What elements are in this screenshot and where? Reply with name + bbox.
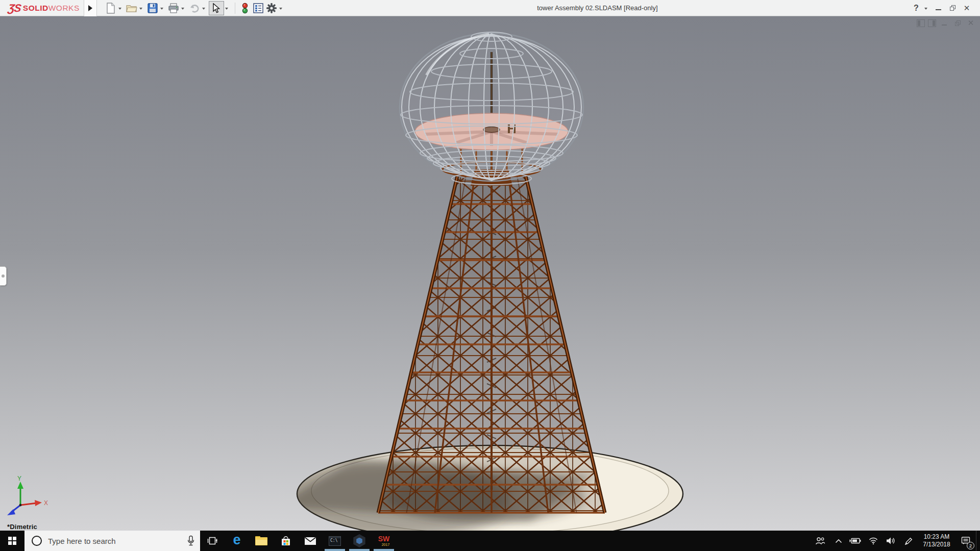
mail-icon [304, 537, 316, 545]
view-orientation-label: *Dimetric [7, 523, 37, 531]
undo-icon [189, 3, 200, 13]
new-document-button[interactable] [104, 2, 117, 15]
save-dropdown-caret[interactable] [160, 8, 163, 10]
ds-logo-mark: ƷS [7, 2, 21, 14]
expander-arrow-icon [88, 5, 92, 11]
running-indicator [325, 549, 345, 551]
select-cursor-icon [212, 3, 220, 13]
clock-date: 7/13/2018 [923, 541, 950, 548]
rebuild-button[interactable] [238, 2, 252, 15]
task-view-button[interactable] [200, 531, 225, 551]
file-properties-button[interactable] [252, 2, 265, 15]
3d-model-canvas[interactable]: Y X [0, 16, 980, 531]
minimize-button[interactable] [931, 0, 945, 16]
people-icon [815, 537, 825, 545]
hidden-icons-button[interactable] [831, 531, 846, 551]
help-dropdown-caret[interactable] [924, 8, 927, 10]
menu-expander-button[interactable] [84, 0, 97, 16]
doc-minimize-button[interactable] [939, 18, 949, 28]
title-bar: ƷS SOLID WORKS [0, 0, 980, 16]
save-floppy-icon [148, 3, 158, 13]
quick-access-toolbar [97, 0, 286, 16]
options-gear-icon [266, 3, 277, 14]
restore-icon [950, 5, 955, 11]
volume-button[interactable] [882, 531, 899, 551]
select-tool-button[interactable] [209, 1, 224, 15]
battery-button[interactable] [846, 531, 865, 551]
pane-toggle-left-icon[interactable] [917, 19, 925, 27]
undo-dropdown-caret[interactable] [202, 8, 205, 10]
open-dropdown-caret[interactable] [139, 8, 142, 10]
store-icon [280, 535, 291, 546]
system-tray: 10:23 AM 7/13/2018 2 [810, 531, 980, 551]
speaker-icon [886, 537, 895, 545]
pane-toggle-right-icon[interactable] [928, 19, 936, 27]
windows-taskbar: e C:\ SW 2017 [0, 531, 980, 551]
open-folder-icon [126, 4, 137, 13]
search-input[interactable] [48, 537, 187, 545]
pen-button[interactable] [899, 531, 918, 551]
running-indicator [349, 549, 370, 551]
new-document-icon [106, 3, 115, 14]
print-dropdown-caret[interactable] [181, 8, 184, 10]
rebuild-traffic-light-icon [241, 3, 249, 14]
options-button[interactable] [265, 2, 278, 15]
toolbar-separator [235, 3, 235, 14]
close-button[interactable]: ✕ [960, 0, 974, 16]
doc-restore-button[interactable] [952, 18, 963, 28]
clock-time: 10:23 AM [924, 533, 950, 541]
solidworks-2017-icon: SW 2017 [378, 535, 390, 546]
store-button[interactable] [274, 531, 298, 551]
file-explorer-button[interactable] [249, 531, 274, 551]
search-box[interactable] [24, 531, 200, 551]
wifi-button[interactable] [865, 531, 882, 551]
people-button[interactable] [810, 531, 831, 551]
doc-close-button[interactable]: ✕ [966, 18, 976, 28]
minimize-icon [936, 9, 941, 10]
battery-charging-icon [849, 537, 862, 544]
wifi-icon [869, 537, 878, 544]
triad-x-label: X [44, 499, 48, 507]
microphone-icon[interactable] [187, 535, 195, 546]
undo-button[interactable] [188, 2, 201, 15]
windows-logo-icon [8, 537, 17, 545]
mail-button[interactable] [298, 531, 323, 551]
task-view-icon [207, 536, 218, 545]
start-button[interactable] [0, 531, 24, 551]
chevron-up-icon [835, 539, 842, 543]
triad-y-label: Y [17, 475, 21, 482]
flyout-dot-icon [2, 274, 5, 278]
feature-tree-flyout-tab[interactable] [0, 266, 7, 286]
print-icon [168, 3, 179, 13]
open-button[interactable] [125, 2, 138, 15]
edrawings-button[interactable] [347, 531, 372, 551]
file-properties-icon [253, 3, 263, 13]
pen-icon [904, 537, 913, 545]
document-title: tower Assembly 02.SLDASM [Read-only] [286, 4, 909, 12]
print-button[interactable] [167, 2, 180, 15]
command-prompt-icon: C:\ [329, 536, 341, 546]
cortana-icon [32, 536, 42, 546]
document-window-controls: ✕ [917, 18, 976, 28]
clock[interactable]: 10:23 AM 7/13/2018 [918, 531, 955, 551]
solidworks-2017-button[interactable]: SW 2017 [372, 531, 396, 551]
file-explorer-icon [255, 536, 267, 545]
action-center-button[interactable]: 2 [955, 531, 976, 551]
graphics-viewport[interactable]: Y X ✕ *Dimetric [0, 16, 980, 531]
edge-button[interactable]: e [225, 531, 249, 551]
solidworks-logo: ƷS SOLID WORKS [0, 0, 84, 16]
notification-badge: 2 [967, 542, 974, 549]
help-button[interactable]: ? [909, 0, 923, 16]
restore-button[interactable] [945, 0, 960, 16]
close-icon: ✕ [964, 4, 970, 13]
new-dropdown-caret[interactable] [118, 8, 121, 10]
save-button[interactable] [146, 2, 159, 15]
show-desktop-button[interactable] [976, 531, 980, 551]
select-dropdown-caret[interactable] [225, 8, 228, 10]
edge-icon: e [233, 533, 240, 547]
options-dropdown-caret[interactable] [279, 8, 282, 10]
running-indicator [374, 549, 394, 551]
edrawings-icon [353, 534, 366, 547]
command-prompt-button[interactable]: C:\ [323, 531, 347, 551]
